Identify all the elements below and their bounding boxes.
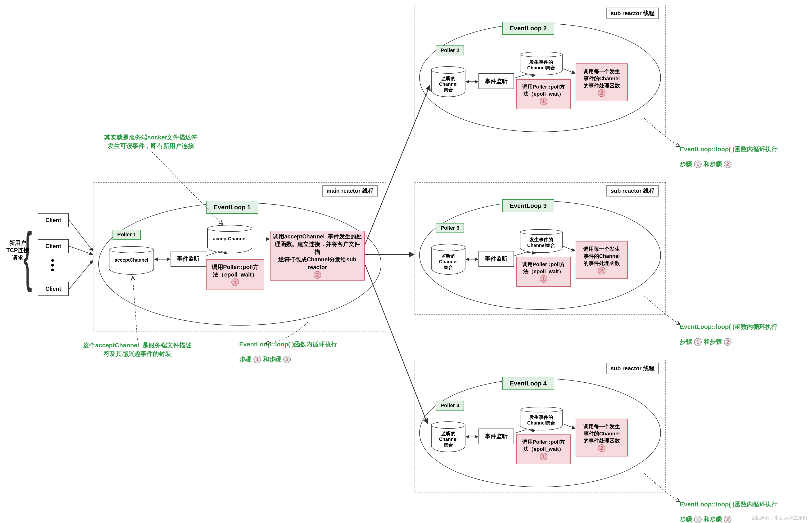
main-poller-tag: Poller 1 (112, 230, 141, 240)
brace-label: 新用户 TCP连接 请求 (5, 239, 31, 262)
sub3-poller-tag: Poller 3 (436, 223, 464, 233)
svg-line-0 (69, 220, 93, 251)
main-poll-box: 调用Poller::poll方 法（epoll_wait） 1 (206, 259, 264, 290)
sub4-poll-box: 调用Poller::poll方 法（epoll_wait） 1 (516, 434, 571, 464)
sub2-loop-text: EventLoop::loop( )函数内循环执行 (680, 145, 778, 154)
sub2-listen-box: 事件监听 (478, 73, 514, 89)
sub2-title: sub reactor 线程 (606, 7, 659, 19)
watermark: 版权声明：本文为博主原创 (751, 515, 807, 521)
main-accept-channel-cyl-1: acceptChannel (109, 246, 154, 275)
svg-line-2 (69, 260, 93, 289)
sub2-listen-cyl: 监听的Channel集合 (431, 66, 465, 97)
sub2-step-line: 步骤 1 和步骤 2 (680, 160, 731, 168)
main-loop-text: EventLoop::loop( )函数内循环执行 (239, 340, 337, 348)
sub3-listen-cyl: 监听的Channel集合 (431, 244, 465, 275)
sub2-handler-box: 调用每一个发生 事件的Channel 的事件处理函数 2 (576, 64, 628, 101)
sub2-poll-box: 调用Poller::poll方 法（epoll_wait） 1 (516, 79, 571, 109)
sub3-event-cyl: 发生事件的Channel集合 (520, 229, 563, 253)
badge-1: 1 (231, 278, 239, 286)
sub4-eventloop-tag: EventLoop 4 (502, 377, 554, 390)
client-box-1: Client (38, 213, 69, 227)
main-accept-channel-cyl-2: acceptChannel (207, 225, 252, 253)
sub2-event-cyl: 发生事件的Channel集合 (520, 52, 563, 75)
sub4-loop-text: EventLoop::loop( )函数内循环执行 (680, 500, 778, 508)
sub3-eventloop-tag: EventLoop 3 (502, 199, 554, 212)
main-listen-box: 事件监听 (171, 251, 206, 267)
client-box-2: Client (38, 239, 69, 253)
annotation-top: 其实就是服务端socket文件描述符 发生可读事件，即有新用户连接 (104, 133, 197, 150)
sub4-event-cyl: 发生事件的Channel集合 (520, 407, 563, 430)
svg-line-1 (69, 246, 93, 254)
main-reactor-title: main reactor 线程 (322, 185, 378, 197)
sub3-poll-box: 调用Poller::poll方 法（epoll_wait） 1 (516, 257, 571, 287)
sub3-loop-text: EventLoop::loop( )函数内循环执行 (680, 323, 778, 331)
badge-2: 2 (314, 271, 321, 279)
sub2-eventloop-tag: EventLoop 2 (502, 22, 554, 35)
vertical-dots: ••• (51, 258, 54, 272)
main-eventloop-tag: EventLoop 1 (206, 201, 258, 214)
sub3-title: sub reactor 线程 (606, 185, 659, 197)
sub4-listen-box: 事件监听 (478, 429, 514, 444)
sub3-step-line: 步骤 1 和步骤 2 (680, 338, 731, 346)
sub2-poller-tag: Poller 2 (436, 46, 464, 55)
main-step-line: 步骤 1 和步骤 2 (239, 355, 291, 363)
annotation-bottom: 这个acceptChannel_是服务端文件描述 符及其感兴趣事件的封装 (83, 341, 192, 358)
main-handler-box: 调用acceptChannel_事件发生的处 理函数。建立连接，并将客户文件描 … (270, 231, 365, 281)
sub4-poller-tag: Poller 4 (436, 401, 464, 411)
sub3-handler-box: 调用每一个发生 事件的Channel 的事件处理函数 2 (576, 241, 628, 279)
sub4-listen-cyl: 监听的Channel集合 (431, 421, 465, 452)
sub4-handler-box: 调用每一个发生 事件的Channel 的事件处理函数 2 (576, 419, 628, 456)
sub4-title: sub reactor 线程 (606, 363, 659, 374)
sub4-step-line: 步骤 1 和步骤 2 (680, 515, 731, 523)
client-box-3: Client (38, 282, 69, 296)
sub3-listen-box: 事件监听 (478, 251, 514, 267)
